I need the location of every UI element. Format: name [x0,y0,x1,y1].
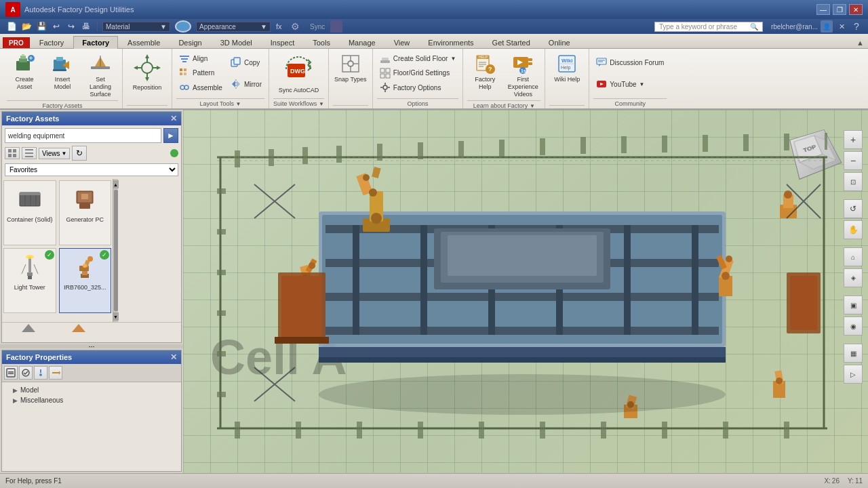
wiki-help-button[interactable]: Wiki Help Wiki Help [549,52,585,85]
discussion-forum-button[interactable]: Discussion Forum [593,56,667,69]
props-btn-4[interactable] [49,366,62,380]
tab-factory[interactable]: Factory [31,36,73,48]
help-button[interactable]: ? [850,20,863,33]
set-landing-surface-button[interactable]: Set Landing Surface [83,52,118,99]
open-button[interactable]: 📂 [20,20,33,33]
scroll-up-button[interactable]: ▲ [113,180,119,188]
refresh-button[interactable]: ↻ [72,146,87,161]
toolbar-separator-1 [844,193,863,197]
props-btn-3[interactable] [34,366,47,380]
assets-scrollbar[interactable]: ▲ ▼ [113,179,118,322]
favorites-dropdown[interactable]: Favorites All [5,163,178,176]
factory-properties-close-button[interactable]: ✕ [170,352,177,362]
create-solid-floor-button[interactable]: Create Solid Floor ▼ [377,52,459,66]
ground-shadow-button[interactable]: ▦ [844,344,863,363]
viewport[interactable]: _ □ ✕ TOP [183,110,868,473]
ribbon-toggle-button[interactable]: ▲ [852,37,868,48]
tree-item-model[interactable]: ▶ Model [5,385,178,395]
factory-assets-body: ► Views ▼ ↻ [2,125,181,179]
sync-autocad-button[interactable]: DWG Sync AutoCAD [277,52,320,96]
floor-grid-settings-icon [380,68,391,79]
align-button[interactable]: Align [176,52,225,66]
home-view-button[interactable]: ⌂ [844,247,863,266]
reposition-button[interactable]: Reposition [127,52,167,93]
minimize-button[interactable]: — [816,4,830,15]
favorites-row: Favorites All [5,163,178,176]
tree-item-miscellaneous[interactable]: ▶ Miscellaneous [5,395,178,405]
save-button[interactable]: 💾 [35,20,47,33]
display-mode-button[interactable]: ▣ [844,296,863,314]
appearance-selector[interactable]: Appearance ▼ [196,22,271,32]
svg-rect-95 [81,194,88,199]
visual-style-button[interactable]: ◉ [844,317,863,336]
tab-online[interactable]: Online [540,36,579,48]
print-button[interactable]: 🖶 [80,20,92,33]
fit-view-button[interactable]: ⊡ [844,172,863,191]
panel-resize-handle[interactable]: ··· [0,344,183,348]
close-button[interactable]: ✕ [849,4,863,15]
scroll-thumb[interactable] [114,190,118,311]
svg-rect-23 [181,58,188,60]
container-solid-label: Container (Solid) [7,216,53,223]
pan-button[interactable]: ✋ [844,220,863,239]
props-btn-2[interactable] [19,366,33,380]
tile-view-button[interactable] [5,147,20,159]
tab-assemble[interactable]: Assemble [119,36,169,48]
viewport-right-toolbar: + − ⊡ ↺ ✋ ⌂ ◈ ▣ ◉ ▦ ▷ [844,130,863,384]
right-panel-toggle[interactable]: ▷ [844,365,863,384]
svg-rect-85 [25,152,33,154]
floor-grid-settings-button[interactable]: Floor/Grid Settings [377,66,459,80]
redo-button[interactable]: ↪ [65,20,77,33]
tab-environments[interactable]: Environments [419,36,482,48]
zoom-in-button[interactable]: + [844,130,863,149]
youtube-button[interactable]: YouTube ▼ [593,77,667,91]
list-view-button[interactable] [22,147,37,159]
ribbon-group-layout-tools-content: Align Pattern [176,52,264,98]
svg-rect-9 [53,69,66,71]
tab-inspect[interactable]: Inspect [262,36,303,48]
snap-types-button[interactable]: Snap Types [333,52,368,85]
tab-design[interactable]: Design [170,36,210,48]
keyword-search-box[interactable]: Type a keyword or phrase 🔍 [654,22,763,32]
new-button[interactable]: 📄 [5,20,18,33]
copy-button[interactable]: Copy [228,56,264,69]
material-label: Material [106,23,130,30]
tab-get-started[interactable]: Get Started [484,36,539,48]
asset-search-input[interactable] [5,128,161,143]
first-experience-videos-button[interactable]: 1st First Experience Videos [505,52,540,99]
svg-rect-3 [22,54,24,56]
tab-tools[interactable]: Tools [304,36,339,48]
asset-item-light-tower[interactable]: ✓ Light Tower [3,248,56,313]
factory-assets-close-button[interactable]: ✕ [170,114,177,123]
factory-help-button[interactable]: HELP ? Factory Help [467,52,502,92]
asset-item-generator-pc[interactable]: Generator PC [59,180,112,245]
factory-options-icon [380,82,391,93]
asset-item-irb7600[interactable]: ✓ IRB7600_325... [59,248,112,313]
insert-model-button[interactable]: Insert Model [45,52,80,92]
orbit-button[interactable]: ↺ [844,199,863,218]
tab-3dmodel[interactable]: 3D Model [212,36,261,48]
tab-manage[interactable]: Manage [340,36,384,48]
props-btn-1[interactable] [4,366,18,380]
material-color-swatch[interactable] [175,20,191,33]
settings-icon[interactable]: ⚙ [291,21,302,32]
tab-factory-main[interactable]: Factory [73,36,118,49]
restore-button[interactable]: ❐ [833,4,846,15]
tab-view[interactable]: View [385,36,419,48]
create-asset-button[interactable]: + Create Asset [7,52,42,92]
close-session-button[interactable]: ✕ [835,20,848,33]
views-dropdown-button[interactable]: Views ▼ [39,148,70,159]
undo-button[interactable]: ↩ [50,20,62,33]
asset-search-go-button[interactable]: ► [163,128,178,143]
assemble-button[interactable]: Assemble [176,81,225,94]
projection-button[interactable]: ◈ [844,268,863,287]
pattern-button[interactable]: Pattern [176,66,225,80]
mirror-button[interactable]: Mirror [228,77,264,91]
zoom-out-button[interactable]: − [844,151,863,170]
factory-options-button[interactable]: Factory Options [377,81,459,94]
tab-pro[interactable]: PRO [3,37,30,48]
insert-model-icon [52,53,73,75]
asset-item-container-solid[interactable]: Container (Solid) [3,180,56,245]
material-selector[interactable]: Material ▼ [102,22,170,32]
scroll-down-button[interactable]: ▼ [113,312,119,321]
